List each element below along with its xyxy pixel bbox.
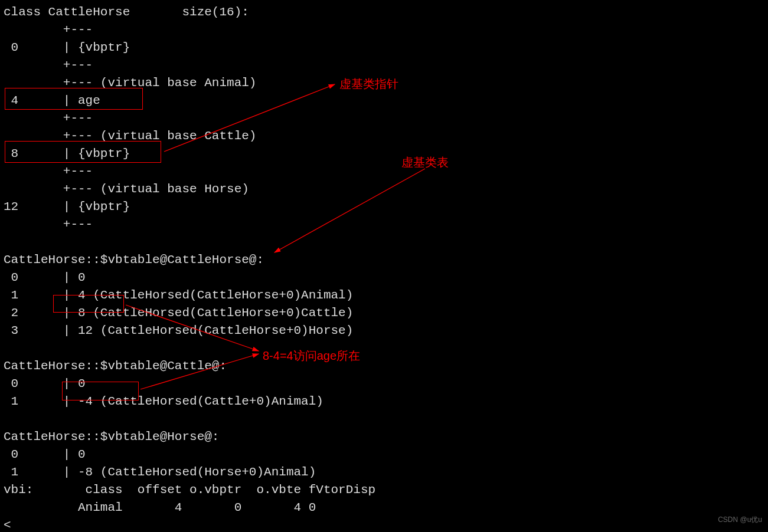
- line-7: +---: [4, 111, 93, 125]
- line-3: 0 | {vbptr}: [4, 41, 130, 54]
- line-13: +---: [4, 218, 93, 231]
- highlight-box-vbtable-entry-neg4: [62, 382, 139, 400]
- code-block: class CattleHorse size(16): +--- 0 | {vb…: [4, 4, 764, 532]
- line-29: Animal 4 0 4 0: [4, 501, 316, 514]
- line-1: class CattleHorse size(16):: [4, 5, 249, 19]
- line-16: 0 | 0: [4, 271, 86, 284]
- line-26: 0 | 0: [4, 448, 86, 461]
- highlight-box-age: [5, 88, 143, 110]
- line-11: +--- (virtual base Horse): [4, 182, 249, 196]
- annotation-vbtable: 虚基类表: [401, 153, 449, 171]
- line-23: 1 | -4 (CattleHorsed(Cattle+0)Animal): [4, 395, 323, 408]
- svg-line-1: [274, 169, 425, 252]
- line-12: 12 | {vbptr}: [4, 200, 130, 214]
- line-10: +---: [4, 165, 93, 178]
- line-2: +---: [4, 23, 93, 37]
- highlight-box-vbtable-entry-2: [53, 295, 124, 313]
- line-21: CattleHorse::$vbtable@Cattle@:: [4, 359, 227, 373]
- highlight-box-vbptr: [5, 141, 161, 163]
- line-15: CattleHorse::$vbtable@CattleHorse@:: [4, 253, 264, 267]
- line-19: 3 | 12 (CattleHorsed(CattleHorse+0)Horse…: [4, 324, 353, 337]
- annotation-vbptr: 虚基类指针: [339, 75, 398, 93]
- line-25: CattleHorse::$vbtable@Horse@:: [4, 430, 219, 444]
- line-28: vbi: class offset o.vbptr o.vbte fVtorDi…: [4, 483, 375, 497]
- line-4: +---: [4, 58, 93, 72]
- watermark: CSDN @u优u: [718, 511, 762, 528]
- annotation-calc: 8-4=4访问age所在: [263, 347, 360, 364]
- line-27: 1 | -8 (CattleHorsed(Horse+0)Animal): [4, 465, 316, 479]
